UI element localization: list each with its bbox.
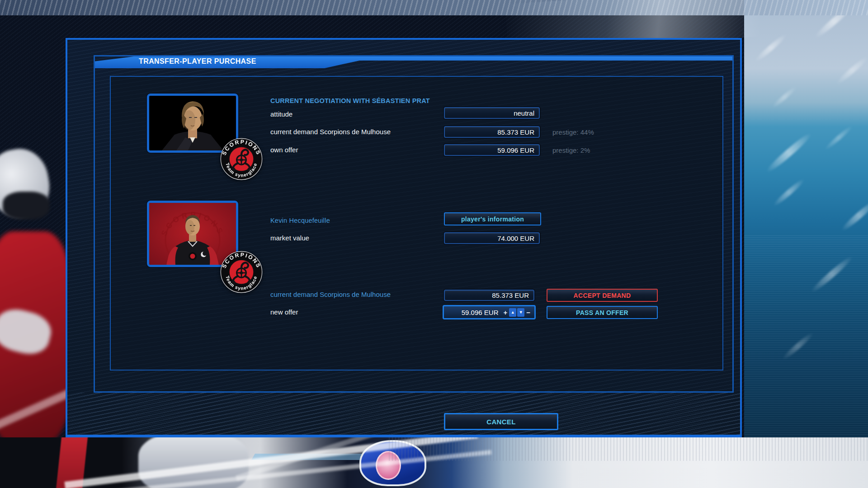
demand-prestige: prestige: 44% [552, 128, 594, 136]
offer-demand-field: 85.373 EUR [444, 290, 534, 301]
decrease-step-icon[interactable]: − [525, 309, 532, 316]
current-demand-field: 85.373 EUR [444, 126, 540, 138]
dialog-title: TRANSFER-PLAYER PURCHASE [139, 56, 256, 67]
hockey-player-visor [3, 192, 50, 220]
offer-demand-value: 85.373 EUR [492, 291, 529, 299]
attitude-value: neutral [514, 109, 534, 117]
current-demand-label: current demand Scorpions de Mulhouse [270, 128, 391, 136]
decrement-icon[interactable]: ▼ [517, 308, 524, 317]
new-offer-value[interactable]: 59.096 EUR [448, 309, 502, 316]
market-value-label: market value [270, 234, 309, 242]
scorpions-team-badge: SCORPIONS Team synerglace [220, 251, 263, 293]
market-value: 74.000 EUR [497, 235, 534, 242]
offer-demand-label: current demand Scorpions de Mulhouse [270, 291, 391, 299]
pass-an-offer-button[interactable]: PASS AN OFFER [547, 306, 658, 319]
transfer-dialog: TRANSFER-PLAYER PURCHASE [66, 38, 742, 437]
new-offer-label: new offer [270, 308, 298, 316]
market-value-field: 74.000 EUR [444, 232, 540, 244]
current-demand-value: 85.373 EUR [497, 128, 534, 136]
attitude-label: attitude [270, 110, 292, 118]
attitude-field: neutral [444, 107, 540, 119]
game-screen: TRANSFER-PLAYER PURCHASE [0, 0, 868, 488]
bottom-photo-strip [0, 437, 868, 488]
scorpions-team-badge: SCORPIONS Team synerglace [220, 138, 263, 180]
strip-crowd-texture [389, 437, 868, 461]
negotiation-heading: CURRENT NEGOTIATION WITH SÉBASTIEN PRAT [270, 97, 430, 105]
own-offer-value: 59.096 EUR [497, 146, 534, 154]
increment-icon[interactable]: ▲ [509, 308, 516, 317]
own-offer-field: 59.096 EUR [444, 144, 540, 156]
increase-step-icon[interactable]: + [502, 309, 509, 316]
player-information-button[interactable]: player's information [444, 212, 541, 225]
new-offer-spinner[interactable]: 59.096 EUR + ▲ ▼ − [443, 305, 536, 319]
cancel-button[interactable]: CANCEL [444, 413, 558, 430]
dialog-footer-stripes [67, 393, 740, 435]
own-offer-label: own offer [270, 146, 298, 154]
own-offer-prestige: prestige: 2% [552, 146, 590, 155]
player-name: Kevin Hecquefeuille [270, 216, 330, 225]
accept-demand-button[interactable]: ACCEPT DEMAND [547, 289, 658, 302]
